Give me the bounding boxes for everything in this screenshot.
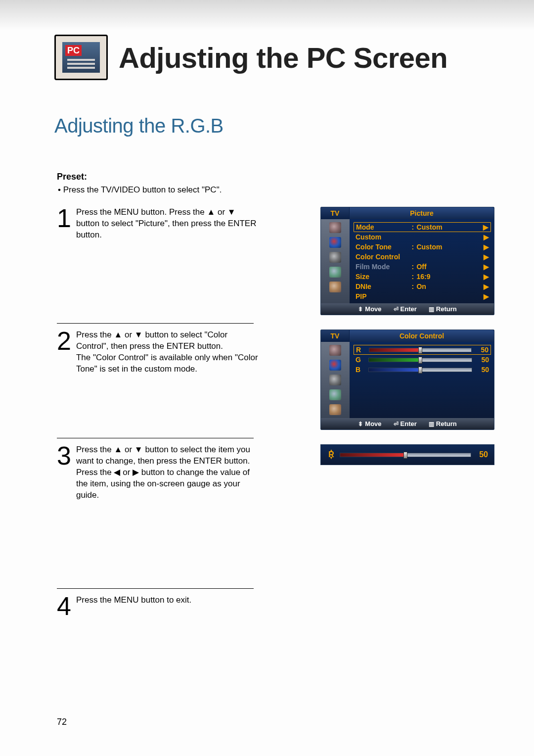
preset-block: Preset: • Press the TV/VIDEO button to s… xyxy=(57,172,534,195)
step-text: Press the ▲ or ▼ button to select "Color… xyxy=(76,330,260,375)
slider-letter: G xyxy=(356,356,364,364)
footer-return: Return xyxy=(436,420,457,427)
step-divider xyxy=(57,438,254,438)
menu-item-label: DNIe xyxy=(356,283,411,290)
step-1: 1 Press the MENU button. Press the ▲ or … xyxy=(57,207,260,241)
menu-item-label: Film Mode xyxy=(356,263,411,271)
chevron-right-icon: ▶ xyxy=(482,263,489,271)
osd-picture-menu: TV Picture Mode:Custom▶Custom▶Color Tone… xyxy=(320,207,494,315)
menu-item-value: 16:9 xyxy=(416,273,482,281)
osd-tv-label: TV xyxy=(321,330,350,342)
sidebar-icon xyxy=(329,375,341,385)
slider-letter: R xyxy=(356,346,365,354)
step-divider xyxy=(57,588,254,589)
return-icon: ▥ xyxy=(429,421,434,427)
step-number: 1 xyxy=(57,207,71,230)
menu-item-value: Custom xyxy=(417,223,482,231)
manual-page: PC Adjusting the PC Screen Adjusting the… xyxy=(0,0,534,756)
sidebar-icon xyxy=(329,360,341,371)
preset-text: • Press the TV/VIDEO button to select "P… xyxy=(58,185,534,195)
slider-row[interactable]: G50 xyxy=(356,355,489,365)
slider-value: 50 xyxy=(476,356,489,364)
menu-item[interactable]: DNIe:On▶ xyxy=(356,282,489,291)
menu-item[interactable]: Custom▶ xyxy=(356,232,489,242)
osd-footer: ⬍Move ⏎Enter ▥Return xyxy=(321,418,494,429)
step-text: Press the MENU button. Press the ▲ or ▼ … xyxy=(76,207,260,241)
sidebar-icon xyxy=(329,404,341,415)
menu-item-value: On xyxy=(416,283,482,290)
sidebar-icon xyxy=(329,389,341,400)
slider-track[interactable] xyxy=(368,358,472,362)
footer-move: Move xyxy=(365,420,381,427)
colon: : xyxy=(412,223,417,231)
slider-row[interactable]: R50 xyxy=(354,345,491,355)
step-divider xyxy=(57,323,254,324)
chevron-right-icon: ▶ xyxy=(482,292,489,300)
chevron-right-icon: ▶ xyxy=(482,243,489,251)
step-2: 2 Press the ▲ or ▼ button to select "Col… xyxy=(57,330,260,375)
osd-title: Color Control xyxy=(350,330,494,342)
slider-track[interactable] xyxy=(369,348,472,352)
menu-item-label: Color Tone xyxy=(356,243,411,251)
footer-enter: Enter xyxy=(400,305,417,313)
menu-item[interactable]: Film Mode:Off▶ xyxy=(356,262,489,272)
step-4: 4 Press the MENU button to exit. xyxy=(57,595,260,618)
osd-sidebar-icons xyxy=(321,342,350,418)
pc-icon: PC xyxy=(54,35,108,80)
chevron-right-icon: ▶ xyxy=(482,233,489,241)
osd-single-slider: ▲ R ▼ 50 xyxy=(320,444,494,465)
step-number: 2 xyxy=(57,330,71,353)
preset-label: Preset: xyxy=(57,172,534,182)
return-icon: ▥ xyxy=(429,306,434,313)
osd-sidebar-icons xyxy=(321,219,350,303)
footer-enter: Enter xyxy=(400,420,417,427)
enter-icon: ⏎ xyxy=(394,421,399,427)
slider-row[interactable]: B50 xyxy=(356,365,489,375)
footer-move: Move xyxy=(365,305,381,313)
footer-return: Return xyxy=(436,305,457,313)
slider-value: 50 xyxy=(476,346,489,354)
colon: : xyxy=(411,273,416,281)
pc-icon-badge: PC xyxy=(65,45,82,56)
colon: : xyxy=(411,283,416,290)
menu-item[interactable]: Mode:Custom▶ xyxy=(354,222,491,232)
menu-item-label: Mode xyxy=(356,223,412,231)
menu-item-label: Size xyxy=(356,273,411,281)
slider-thumb[interactable] xyxy=(403,452,407,459)
chevron-right-icon: ▶ xyxy=(482,253,489,261)
colon: : xyxy=(411,243,416,251)
menu-item[interactable]: Size:16:9▶ xyxy=(356,272,489,282)
colon: : xyxy=(411,263,416,271)
menu-item-value: Custom xyxy=(416,243,482,251)
menu-item-label: PIP xyxy=(356,292,411,300)
menu-item-label: Color Control xyxy=(356,253,411,261)
menu-item[interactable]: Color Tone:Custom▶ xyxy=(356,242,489,252)
step-text: Press the MENU button to exit. xyxy=(76,595,191,606)
sidebar-icon xyxy=(329,345,341,356)
page-header: PC Adjusting the PC Screen xyxy=(0,35,534,80)
slider-track[interactable] xyxy=(340,453,471,457)
slider-thumb[interactable] xyxy=(418,347,422,354)
sidebar-icon xyxy=(329,252,341,263)
step-text: Press the ▲ or ▼ button to select the it… xyxy=(76,444,260,501)
move-icon: ⬍ xyxy=(358,421,363,427)
sidebar-icon xyxy=(329,222,341,233)
sidebar-icon xyxy=(329,267,341,278)
slider-letter: ▲ R ▼ xyxy=(327,450,336,459)
menu-item-value: Off xyxy=(416,263,482,271)
slider-track[interactable] xyxy=(368,368,472,372)
page-title: Adjusting the PC Screen xyxy=(119,41,447,74)
slider-thumb[interactable] xyxy=(418,367,422,374)
osd-title: Picture xyxy=(350,207,494,219)
slider-letter: B xyxy=(356,366,364,374)
chevron-right-icon: ▶ xyxy=(482,283,489,290)
osd-footer: ⬍Move ⏎Enter ▥Return xyxy=(321,303,494,315)
osd-tv-label: TV xyxy=(321,207,350,219)
step-3: 3 Press the ▲ or ▼ button to select the … xyxy=(57,444,260,501)
page-number: 72 xyxy=(57,717,67,727)
sidebar-icon xyxy=(329,282,341,292)
menu-item[interactable]: Color Control▶ xyxy=(356,252,489,262)
slider-thumb[interactable] xyxy=(418,357,422,364)
menu-item[interactable]: PIP▶ xyxy=(356,291,489,301)
move-icon: ⬍ xyxy=(358,306,363,313)
